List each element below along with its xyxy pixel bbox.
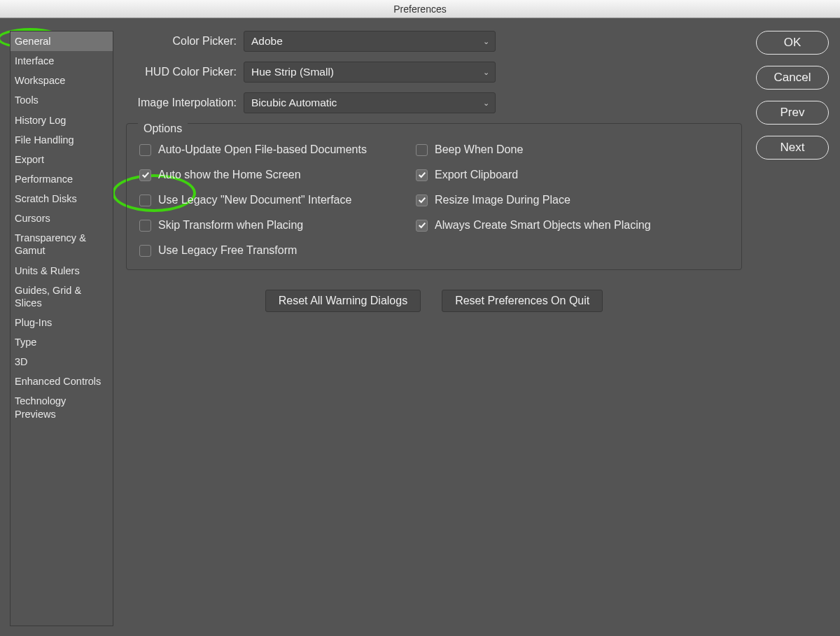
right-buttons-column: OK Cancel Prev Next (756, 31, 830, 626)
window-title: Preferences (0, 0, 840, 18)
select-value: Hue Strip (Small) (251, 66, 334, 78)
checkbox-icon[interactable] (139, 144, 151, 156)
sidebar-item-cursors[interactable]: Cursors (10, 209, 113, 228)
checkbox-icon[interactable] (139, 195, 151, 206)
option-export-clipboard[interactable]: Export Clipboard (416, 169, 729, 181)
sidebar-item-history-log[interactable]: History Log (10, 111, 113, 130)
checkbox-icon[interactable] (139, 220, 151, 232)
sidebar-item-performance[interactable]: Performance (10, 169, 113, 189)
sidebar-item-plug-ins[interactable]: Plug-Ins (10, 313, 113, 332)
sidebar-item-file-handling[interactable]: File Handling (10, 130, 113, 150)
option-label: Skip Transform when Placing (158, 219, 303, 232)
option-label: Beep When Done (435, 143, 523, 156)
select-hud-color-picker[interactable]: Hue Strip (Small) ⌄ (244, 62, 496, 83)
option-label: Auto show the Home Screen (158, 169, 301, 181)
option-use-legacy-new-document-interface[interactable]: Use Legacy "New Document" Interface (139, 194, 416, 206)
sidebar-item-guides-grid-slices[interactable]: Guides, Grid & Slices (10, 281, 113, 313)
bottom-buttons: Reset All Warning Dialogs Reset Preferen… (126, 290, 742, 312)
sidebar-item-type[interactable]: Type (10, 332, 113, 352)
option-auto-show-the-home-screen[interactable]: Auto show the Home Screen (139, 169, 416, 181)
row-color-picker: Color Picker: Adobe ⌄ (126, 31, 742, 52)
sidebar-item-3d[interactable]: 3D (10, 352, 113, 372)
option-label: Resize Image During Place (435, 194, 570, 206)
label-color-picker: Color Picker: (126, 35, 244, 48)
option-beep-when-done[interactable]: Beep When Done (416, 143, 729, 156)
sidebar-item-tools[interactable]: Tools (10, 90, 113, 110)
chevron-down-icon: ⌄ (483, 37, 489, 46)
option-label: Use Legacy Free Transform (158, 244, 297, 257)
chevron-down-icon: ⌄ (483, 68, 489, 77)
main-panel: Color Picker: Adobe ⌄ HUD Color Picker: … (126, 31, 830, 626)
option-label: Always Create Smart Objects when Placing (435, 219, 651, 232)
option-label: Use Legacy "New Document" Interface (158, 194, 351, 206)
options-legend: Options (138, 122, 188, 135)
option-resize-image-during-place[interactable]: Resize Image During Place (416, 194, 729, 206)
sidebar-item-technology-previews[interactable]: Technology Previews (10, 391, 113, 423)
row-image-interpolation: Image Interpolation: Bicubic Automatic ⌄ (126, 92, 742, 113)
checkbox-icon[interactable] (139, 169, 151, 181)
label-hud-color-picker: HUD Color Picker: (126, 66, 244, 78)
checkbox-icon[interactable] (416, 220, 428, 232)
checkbox-icon[interactable] (416, 144, 428, 156)
checkbox-icon[interactable] (139, 245, 151, 257)
prev-button[interactable]: Prev (756, 101, 829, 125)
reset-prefs-button[interactable]: Reset Preferences On Quit (442, 290, 603, 312)
cancel-button[interactable]: Cancel (756, 66, 829, 90)
option-use-legacy-free-transform[interactable]: Use Legacy Free Transform (139, 244, 416, 257)
option-skip-transform-when-placing[interactable]: Skip Transform when Placing (139, 219, 416, 232)
select-color-picker[interactable]: Adobe ⌄ (244, 31, 496, 52)
next-button[interactable]: Next (756, 136, 829, 160)
content-area: GeneralInterfaceWorkspaceToolsHistory Lo… (0, 18, 840, 636)
option-auto-update-open-file-based-documents[interactable]: Auto-Update Open File-based Documents (139, 143, 416, 156)
options-fieldset: Options Auto-Update Open File-based Docu… (126, 123, 742, 270)
label-image-interpolation: Image Interpolation: (126, 97, 244, 109)
sidebar-item-enhanced-controls[interactable]: Enhanced Controls (10, 372, 113, 391)
sidebar-item-export[interactable]: Export (10, 150, 113, 169)
checkbox-icon[interactable] (416, 169, 428, 181)
option-label: Export Clipboard (435, 169, 518, 181)
sidebar-item-transparency-gamut[interactable]: Transparency & Gamut (10, 228, 113, 260)
select-image-interpolation[interactable]: Bicubic Automatic ⌄ (244, 92, 496, 113)
select-value: Adobe (251, 35, 283, 48)
options-grid: Auto-Update Open File-based DocumentsBee… (139, 143, 729, 257)
select-value: Bicubic Automatic (251, 97, 337, 109)
option-always-create-smart-objects-when-placing[interactable]: Always Create Smart Objects when Placing (416, 219, 729, 232)
option-label: Auto-Update Open File-based Documents (158, 143, 367, 156)
sidebar-item-interface[interactable]: Interface (10, 51, 113, 71)
sidebar-item-general[interactable]: General (10, 31, 113, 51)
ok-button[interactable]: OK (756, 31, 829, 55)
checkbox-icon[interactable] (416, 195, 428, 206)
row-hud-color-picker: HUD Color Picker: Hue Strip (Small) ⌄ (126, 62, 742, 83)
category-sidebar: GeneralInterfaceWorkspaceToolsHistory Lo… (10, 31, 113, 626)
main-left: Color Picker: Adobe ⌄ HUD Color Picker: … (126, 31, 742, 626)
sidebar-item-units-rulers[interactable]: Units & Rulers (10, 261, 113, 281)
reset-warnings-button[interactable]: Reset All Warning Dialogs (265, 290, 421, 312)
sidebar-item-workspace[interactable]: Workspace (10, 71, 113, 90)
chevron-down-icon: ⌄ (483, 99, 489, 108)
sidebar-item-scratch-disks[interactable]: Scratch Disks (10, 189, 113, 209)
